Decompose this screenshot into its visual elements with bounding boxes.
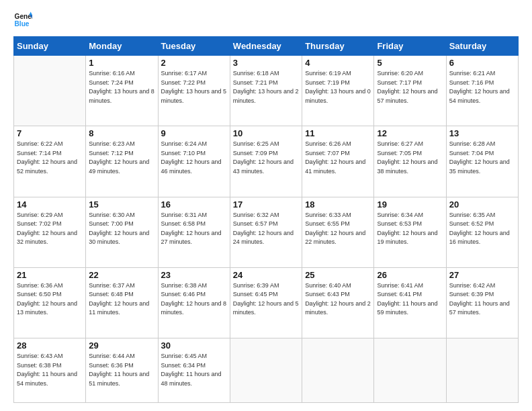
calendar-cell: 1 Sunrise: 6:16 AMSunset: 7:24 PMDayligh…: [86, 56, 158, 126]
day-info: Sunrise: 6:23 AMSunset: 7:12 PMDaylight:…: [89, 140, 154, 176]
day-number: 21: [17, 270, 83, 280]
calendar-cell: 4 Sunrise: 6:19 AMSunset: 7:19 PMDayligh…: [302, 56, 374, 126]
day-number: 9: [161, 128, 227, 138]
calendar-cell: 17 Sunrise: 6:32 AMSunset: 6:57 PMDaylig…: [230, 197, 302, 267]
day-number: 23: [161, 270, 227, 280]
calendar-cell: 24 Sunrise: 6:39 AMSunset: 6:45 PMDaylig…: [230, 267, 302, 338]
day-info: Sunrise: 6:21 AMSunset: 7:16 PMDaylight:…: [449, 69, 515, 105]
day-number: 7: [17, 128, 83, 138]
day-info: Sunrise: 6:28 AMSunset: 7:04 PMDaylight:…: [449, 140, 515, 176]
day-info: Sunrise: 6:29 AMSunset: 7:02 PMDaylight:…: [17, 211, 83, 247]
day-number: 20: [449, 199, 515, 210]
calendar-cell: [14, 56, 86, 126]
calendar-cell: [446, 338, 518, 403]
day-info: Sunrise: 6:27 AMSunset: 7:05 PMDaylight:…: [377, 140, 443, 176]
day-info: Sunrise: 6:45 AMSunset: 6:34 PMDaylight:…: [161, 352, 227, 388]
day-info: Sunrise: 6:17 AMSunset: 7:22 PMDaylight:…: [161, 69, 227, 105]
day-info: Sunrise: 6:25 AMSunset: 7:09 PMDaylight:…: [233, 140, 299, 176]
day-info: Sunrise: 6:33 AMSunset: 6:55 PMDaylight:…: [305, 211, 371, 247]
week-row-4: 21 Sunrise: 6:36 AMSunset: 6:50 PMDaylig…: [14, 267, 519, 338]
calendar-cell: 14 Sunrise: 6:29 AMSunset: 7:02 PMDaylig…: [14, 197, 86, 267]
calendar-cell: 18 Sunrise: 6:33 AMSunset: 6:55 PMDaylig…: [302, 197, 374, 267]
day-number: 4: [305, 58, 371, 68]
calendar-cell: 11 Sunrise: 6:26 AMSunset: 7:07 PMDaylig…: [302, 126, 374, 197]
calendar-cell: 30 Sunrise: 6:45 AMSunset: 6:34 PMDaylig…: [158, 338, 230, 403]
calendar-cell: 13 Sunrise: 6:28 AMSunset: 7:04 PMDaylig…: [446, 126, 518, 197]
col-header-friday: Friday: [374, 37, 446, 56]
day-info: Sunrise: 6:35 AMSunset: 6:52 PMDaylight:…: [449, 211, 515, 247]
col-header-thursday: Thursday: [302, 37, 374, 56]
day-number: 14: [17, 199, 83, 210]
day-number: 24: [233, 270, 299, 280]
day-info: Sunrise: 6:42 AMSunset: 6:39 PMDaylight:…: [449, 281, 515, 318]
day-info: Sunrise: 6:31 AMSunset: 6:58 PMDaylight:…: [161, 211, 227, 247]
calendar-cell: 26 Sunrise: 6:41 AMSunset: 6:41 PMDaylig…: [374, 267, 446, 338]
calendar-cell: 21 Sunrise: 6:36 AMSunset: 6:50 PMDaylig…: [14, 267, 86, 338]
calendar-cell: [230, 338, 302, 403]
day-number: 3: [233, 58, 299, 68]
day-info: Sunrise: 6:16 AMSunset: 7:24 PMDaylight:…: [89, 69, 154, 105]
day-info: Sunrise: 6:20 AMSunset: 7:17 PMDaylight:…: [377, 69, 443, 105]
day-number: 11: [305, 128, 371, 138]
day-number: 10: [233, 128, 299, 138]
day-info: Sunrise: 6:40 AMSunset: 6:43 PMDaylight:…: [305, 281, 371, 318]
day-number: 19: [377, 199, 443, 210]
day-number: 13: [449, 128, 515, 138]
calendar-cell: 22 Sunrise: 6:37 AMSunset: 6:48 PMDaylig…: [86, 267, 158, 338]
day-number: 5: [377, 58, 443, 68]
calendar-cell: 28 Sunrise: 6:43 AMSunset: 6:38 PMDaylig…: [14, 338, 86, 403]
calendar-header-row: SundayMondayTuesdayWednesdayThursdayFrid…: [14, 37, 519, 56]
calendar-cell: [374, 338, 446, 403]
day-number: 2: [161, 58, 227, 68]
day-info: Sunrise: 6:24 AMSunset: 7:10 PMDaylight:…: [161, 140, 227, 176]
day-number: 1: [89, 58, 154, 68]
day-number: 16: [161, 199, 227, 210]
day-number: 30: [161, 340, 227, 351]
day-number: 27: [449, 270, 515, 280]
week-row-3: 14 Sunrise: 6:29 AMSunset: 7:02 PMDaylig…: [14, 197, 519, 267]
header: General Blue: [13, 11, 519, 30]
day-info: Sunrise: 6:36 AMSunset: 6:50 PMDaylight:…: [17, 281, 83, 318]
calendar-cell: 29 Sunrise: 6:44 AMSunset: 6:36 PMDaylig…: [86, 338, 158, 403]
col-header-tuesday: Tuesday: [158, 37, 230, 56]
col-header-sunday: Sunday: [14, 37, 86, 56]
day-number: 22: [89, 270, 154, 280]
day-info: Sunrise: 6:19 AMSunset: 7:19 PMDaylight:…: [305, 69, 371, 105]
day-info: Sunrise: 6:41 AMSunset: 6:41 PMDaylight:…: [377, 281, 443, 318]
calendar-cell: 15 Sunrise: 6:30 AMSunset: 7:00 PMDaylig…: [86, 197, 158, 267]
day-info: Sunrise: 6:34 AMSunset: 6:53 PMDaylight:…: [377, 211, 443, 247]
week-row-1: 1 Sunrise: 6:16 AMSunset: 7:24 PMDayligh…: [14, 56, 519, 126]
calendar-cell: 12 Sunrise: 6:27 AMSunset: 7:05 PMDaylig…: [374, 126, 446, 197]
day-number: 15: [89, 199, 154, 210]
day-info: Sunrise: 6:30 AMSunset: 7:00 PMDaylight:…: [89, 211, 154, 247]
day-number: 17: [233, 199, 299, 210]
day-info: Sunrise: 6:32 AMSunset: 6:57 PMDaylight:…: [233, 211, 299, 247]
day-info: Sunrise: 6:18 AMSunset: 7:21 PMDaylight:…: [233, 69, 299, 105]
day-info: Sunrise: 6:37 AMSunset: 6:48 PMDaylight:…: [89, 281, 154, 318]
day-info: Sunrise: 6:44 AMSunset: 6:36 PMDaylight:…: [89, 352, 154, 388]
week-row-2: 7 Sunrise: 6:22 AMSunset: 7:14 PMDayligh…: [14, 126, 519, 197]
day-number: 28: [17, 340, 83, 351]
week-row-5: 28 Sunrise: 6:43 AMSunset: 6:38 PMDaylig…: [14, 338, 519, 403]
day-number: 8: [89, 128, 154, 138]
day-number: 26: [377, 270, 443, 280]
calendar-cell: 10 Sunrise: 6:25 AMSunset: 7:09 PMDaylig…: [230, 126, 302, 197]
calendar-cell: 20 Sunrise: 6:35 AMSunset: 6:52 PMDaylig…: [446, 197, 518, 267]
col-header-saturday: Saturday: [446, 37, 518, 56]
calendar-cell: 6 Sunrise: 6:21 AMSunset: 7:16 PMDayligh…: [446, 56, 518, 126]
day-number: 25: [305, 270, 371, 280]
day-info: Sunrise: 6:43 AMSunset: 6:38 PMDaylight:…: [17, 352, 83, 388]
day-info: Sunrise: 6:22 AMSunset: 7:14 PMDaylight:…: [17, 140, 83, 176]
day-info: Sunrise: 6:26 AMSunset: 7:07 PMDaylight:…: [305, 140, 371, 176]
page: General Blue SundayMondayTuesdayWednesda…: [0, 0, 532, 411]
day-number: 18: [305, 199, 371, 210]
calendar-cell: 19 Sunrise: 6:34 AMSunset: 6:53 PMDaylig…: [374, 197, 446, 267]
calendar-cell: 9 Sunrise: 6:24 AMSunset: 7:10 PMDayligh…: [158, 126, 230, 197]
col-header-wednesday: Wednesday: [230, 37, 302, 56]
logo-icon: General Blue: [13, 11, 32, 30]
calendar-cell: 27 Sunrise: 6:42 AMSunset: 6:39 PMDaylig…: [446, 267, 518, 338]
calendar-cell: 23 Sunrise: 6:38 AMSunset: 6:46 PMDaylig…: [158, 267, 230, 338]
calendar-cell: 25 Sunrise: 6:40 AMSunset: 6:43 PMDaylig…: [302, 267, 374, 338]
svg-text:Blue: Blue: [15, 20, 30, 28]
calendar-cell: 8 Sunrise: 6:23 AMSunset: 7:12 PMDayligh…: [86, 126, 158, 197]
